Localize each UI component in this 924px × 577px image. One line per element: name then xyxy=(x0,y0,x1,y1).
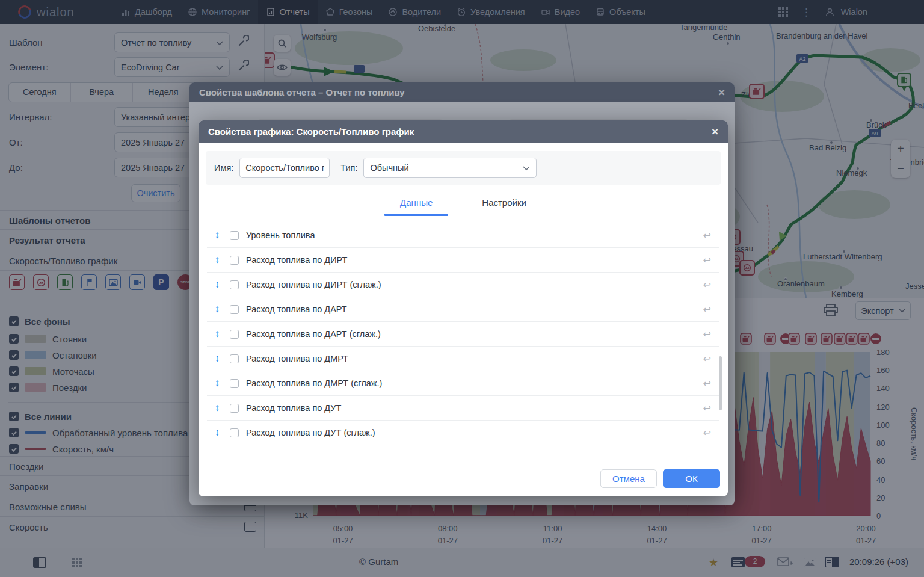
checkbox-unchecked[interactable] xyxy=(230,305,239,314)
dialog-tabs: Данные Настройки xyxy=(199,192,728,216)
chart-name-type-row: Имя: Тип: Обычный xyxy=(206,151,721,185)
list-item[interactable]: ↕Расход топлива по ДУТ (сглаж.)↩ xyxy=(207,421,719,445)
undo-icon[interactable]: ↩ xyxy=(703,304,711,315)
undo-icon[interactable]: ↩ xyxy=(703,329,711,340)
type-label: Тип: xyxy=(340,163,357,173)
undo-icon[interactable]: ↩ xyxy=(703,353,711,365)
series-label: Расход топлива по ДМРТ xyxy=(246,354,348,363)
drag-handle-icon[interactable]: ↕ xyxy=(212,451,223,453)
undo-icon[interactable]: ↩ xyxy=(703,255,711,266)
checkbox-unchecked[interactable] xyxy=(230,354,239,363)
ok-button[interactable]: ОК xyxy=(663,469,720,488)
list-item-partial[interactable]: ↕ xyxy=(207,445,719,453)
list-item[interactable]: ↕Расход топлива по ДМРТ↩ xyxy=(207,347,719,371)
checkbox-unchecked[interactable] xyxy=(230,379,239,388)
drag-handle-icon[interactable]: ↕ xyxy=(212,353,223,365)
drag-handle-icon[interactable]: ↕ xyxy=(212,254,223,266)
series-label: Расход топлива по ДИРТ xyxy=(246,255,347,265)
drag-handle-icon[interactable]: ↕ xyxy=(212,377,223,389)
undo-icon[interactable]: ↩ xyxy=(703,279,711,291)
dialog-footer: Отмена ОК xyxy=(199,461,728,496)
checkbox-unchecked[interactable] xyxy=(230,330,239,339)
series-label: Уровень топлива xyxy=(246,230,315,240)
list-item[interactable]: ↕Расход топлива по ДИРТ (сглаж.)↩ xyxy=(207,273,719,297)
series-label: Расход топлива по ДМРТ (сглаж.) xyxy=(246,378,382,388)
checkbox-unchecked[interactable] xyxy=(230,280,239,289)
list-item[interactable]: ↕Уровень топлива↩ xyxy=(207,223,719,248)
drag-handle-icon[interactable]: ↕ xyxy=(212,279,223,291)
undo-icon[interactable]: ↩ xyxy=(703,378,711,389)
scrollbar-thumb[interactable] xyxy=(719,356,722,410)
series-label: Расход топлива по ДАРТ xyxy=(246,304,347,314)
close-icon[interactable]: × xyxy=(712,125,718,138)
chart-name-input[interactable] xyxy=(239,158,330,178)
checkbox-unchecked[interactable] xyxy=(230,428,239,437)
list-item[interactable]: ↕Расход топлива по ДИРТ↩ xyxy=(207,248,719,273)
chart-series-list: ↕Уровень топлива↩ ↕Расход топлива по ДИР… xyxy=(207,223,719,453)
dialog-header: Свойства графика: Скорость/Топливо графи… xyxy=(199,120,728,143)
checkbox-unchecked[interactable] xyxy=(230,231,239,240)
chart-type-select[interactable]: Обычный xyxy=(363,158,537,178)
list-item[interactable]: ↕Расход топлива по ДМРТ (сглаж.)↩ xyxy=(207,371,719,396)
tab-data[interactable]: Данные xyxy=(384,192,448,216)
checkbox-unchecked[interactable] xyxy=(230,404,239,413)
wialon-app: wialon Дашборд Мониторинг Отчеты Геозоны… xyxy=(0,0,924,577)
series-label: Расход топлива по ДИРТ (сглаж.) xyxy=(246,280,381,289)
drag-handle-icon[interactable]: ↕ xyxy=(212,427,223,439)
undo-icon[interactable]: ↩ xyxy=(703,427,711,439)
undo-icon[interactable]: ↩ xyxy=(703,403,711,414)
drag-handle-icon[interactable]: ↕ xyxy=(212,402,223,414)
dialog-title: Свойства графика: Скорость/Топливо графи… xyxy=(208,126,414,137)
tab-settings[interactable]: Настройки xyxy=(466,192,542,216)
chevron-down-icon xyxy=(523,163,530,173)
name-label: Имя: xyxy=(214,163,233,173)
type-value: Обычный xyxy=(370,163,408,173)
cancel-button[interactable]: Отмена xyxy=(600,469,657,488)
series-label: Расход топлива по ДУТ xyxy=(246,403,341,413)
list-item[interactable]: ↕Расход топлива по ДАРТ↩ xyxy=(207,297,719,322)
drag-handle-icon[interactable]: ↕ xyxy=(212,328,223,340)
series-label: Расход топлива по ДУТ (сглаж.) xyxy=(246,428,375,437)
undo-icon[interactable]: ↩ xyxy=(703,230,711,241)
drag-handle-icon[interactable]: ↕ xyxy=(212,229,223,241)
drag-handle-icon[interactable]: ↕ xyxy=(212,303,223,315)
chart-properties-dialog: Свойства графика: Скорость/Топливо графи… xyxy=(199,120,728,496)
series-label: Расход топлива по ДАРТ (сглаж.) xyxy=(246,329,381,339)
list-item[interactable]: ↕Расход топлива по ДАРТ (сглаж.)↩ xyxy=(207,322,719,347)
checkbox-unchecked[interactable] xyxy=(230,256,239,265)
list-item[interactable]: ↕Расход топлива по ДУТ↩ xyxy=(207,396,719,421)
